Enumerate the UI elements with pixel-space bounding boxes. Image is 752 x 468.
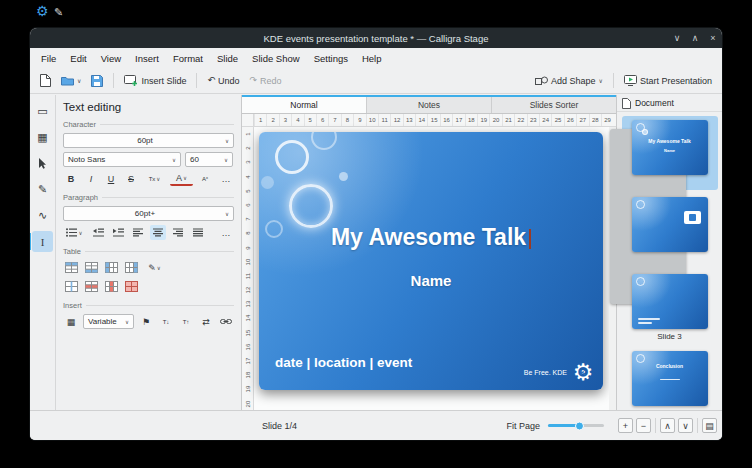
variable-select[interactable]: Variable ∨ <box>83 314 134 329</box>
hyperlink-button[interactable] <box>218 314 234 329</box>
menu-item[interactable]: File <box>34 49 63 67</box>
menu-item[interactable]: Insert <box>128 49 166 67</box>
split-cells-button[interactable] <box>63 279 79 294</box>
insert-row-above-button[interactable] <box>63 260 79 275</box>
redo-button[interactable]: ↷ Redo <box>246 73 286 89</box>
slide-canvas[interactable]: My Awesome Talk Name date | location | e… <box>254 127 616 410</box>
ruler-number: 11 <box>378 114 390 126</box>
zoom-mode-label[interactable]: Fit Page <box>506 421 540 431</box>
bold-button[interactable]: B <box>63 171 79 186</box>
open-button[interactable]: ∨ <box>57 72 85 89</box>
character-more-button[interactable]: … <box>218 171 234 186</box>
menu-item[interactable]: Format <box>166 49 210 67</box>
move-slide-up-button[interactable]: ∧ <box>660 418 675 433</box>
menu-item[interactable]: View <box>94 49 128 67</box>
tab-normal[interactable]: Normal <box>242 97 366 113</box>
menu-item[interactable]: Edit <box>63 49 93 67</box>
superscript-button[interactable]: Aˣ <box>197 171 213 186</box>
canvas-scrollbar[interactable] <box>609 127 616 410</box>
align-left-button[interactable] <box>130 225 146 240</box>
bookmark-button[interactable]: ⚑ <box>138 314 154 329</box>
align-justify-icon <box>193 228 204 237</box>
slide-branding[interactable]: Be Free. KDE ⚙ K <box>524 360 595 384</box>
text-color-button[interactable]: A ∨ <box>170 171 193 186</box>
add-slide-button[interactable]: + <box>618 418 633 433</box>
maximize-button[interactable]: ∧ <box>686 28 704 48</box>
insert-column-left-button[interactable] <box>103 260 119 275</box>
change-case-button[interactable]: Tx ∨ <box>143 171 166 186</box>
select-tool-button[interactable] <box>32 153 53 174</box>
footnote-icon: T↓ <box>163 319 170 325</box>
tab-slides-sorter[interactable]: Slides Sorter <box>491 97 616 113</box>
ruler-number: 12 <box>242 285 254 296</box>
kde-logo-icon[interactable]: ⚙ <box>36 3 49 19</box>
slide-subtitle-textbox[interactable]: Name <box>259 272 603 289</box>
table-border-pen-button[interactable]: ✎ ∨ <box>143 260 166 275</box>
italic-button[interactable]: I <box>83 171 99 186</box>
font-size-select[interactable]: 60 ∨ <box>185 152 233 167</box>
new-document-button[interactable] <box>36 71 55 90</box>
undo-button[interactable]: ↶ Undo <box>203 73 243 89</box>
delete-column-button[interactable] <box>103 279 119 294</box>
zoom-slider[interactable] <box>548 424 604 427</box>
chevron-down-icon: ∨ <box>122 319 129 325</box>
start-presentation-label: Start Presentation <box>640 76 712 86</box>
slide-thumbnail-4[interactable]: Conclusion Slide 4 <box>622 347 718 410</box>
bubble-decoration <box>642 129 648 135</box>
insert-endnote-button[interactable]: T↑ <box>178 314 194 329</box>
zoom-slider-handle[interactable] <box>575 421 584 430</box>
align-center-button[interactable] <box>150 225 166 240</box>
shape-tool-button[interactable]: ▭ <box>32 101 53 122</box>
align-justify-button[interactable] <box>190 225 206 240</box>
slide-footer-textbox[interactable]: date | location | event <box>275 355 412 370</box>
character-style-select[interactable]: 60pt ∨ <box>63 133 234 148</box>
underline-button[interactable]: U <box>103 171 119 186</box>
close-button[interactable]: × <box>704 28 722 48</box>
paragraph-style-select[interactable]: 60pt+ ∨ <box>63 206 234 221</box>
save-button[interactable] <box>87 72 107 90</box>
indent-less-button[interactable] <box>90 225 106 240</box>
paragraph-section-header: Paragraph <box>63 193 234 202</box>
slide-editing-area[interactable]: My Awesome Talk Name date | location | e… <box>259 132 603 390</box>
align-right-button[interactable] <box>170 225 186 240</box>
ruler-number: 10 <box>366 114 378 126</box>
minimize-button[interactable]: ∨ <box>668 28 686 48</box>
pen-tool-button[interactable]: ✎ <box>32 179 53 200</box>
font-family-select[interactable]: Noto Sans ∨ <box>63 152 181 167</box>
table-section-header: Table <box>63 247 234 256</box>
insert-column-right-button[interactable] <box>123 260 139 275</box>
insert-table-button[interactable]: ▦ <box>63 314 79 329</box>
text-tool-button[interactable]: I <box>32 231 53 252</box>
paragraph-more-button[interactable]: … <box>218 225 234 240</box>
menu-item[interactable]: Slide Show <box>245 49 307 67</box>
insert-footnote-button[interactable]: T↓ <box>158 314 174 329</box>
table-tool-button[interactable]: ▦ <box>32 127 53 148</box>
ruler-number: 16 <box>242 341 254 352</box>
add-shape-button[interactable]: Add Shape ∨ <box>531 72 607 89</box>
start-presentation-button[interactable]: Start Presentation <box>620 72 716 89</box>
menu-item[interactable]: Help <box>355 49 389 67</box>
delete-table-button[interactable] <box>123 279 139 294</box>
list-style-button[interactable]: ∨ <box>63 225 86 240</box>
ruler-number: 19 <box>242 384 254 395</box>
swap-button[interactable]: ⇄ <box>198 314 214 329</box>
ruler-number: 17 <box>242 356 254 367</box>
bubble-decoration <box>311 132 337 150</box>
pen-icon[interactable]: ✎ <box>54 6 63 19</box>
menu-item[interactable]: Settings <box>307 49 355 67</box>
pen-icon: ✎ <box>38 183 47 196</box>
strikethrough-button[interactable]: S <box>123 171 139 186</box>
move-slide-down-button[interactable]: ∨ <box>678 418 693 433</box>
insert-slide-button[interactable]: Insert Slide <box>120 72 190 90</box>
insert-row-below-button[interactable] <box>83 260 99 275</box>
remove-slide-button[interactable]: − <box>636 418 651 433</box>
delete-row-button[interactable] <box>83 279 99 294</box>
calligraphy-tool-button[interactable]: ∿ <box>32 205 53 226</box>
ruler-number: 1 <box>242 129 254 140</box>
slide-thumbnail-3[interactable]: Slide 3 <box>622 270 718 344</box>
indent-more-button[interactable] <box>110 225 126 240</box>
view-mode-button[interactable]: ▤ <box>702 418 717 433</box>
menu-item[interactable]: Slide <box>210 49 245 67</box>
slide-title-textbox[interactable]: My Awesome Talk <box>259 224 603 251</box>
tab-notes[interactable]: Notes <box>366 97 491 113</box>
